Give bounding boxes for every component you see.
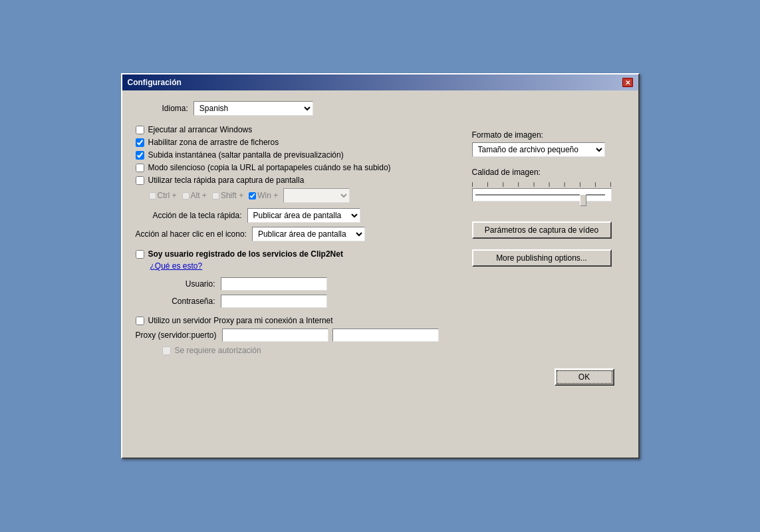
- proxy-section: Utilizo un servidor Proxy para mi conexi…: [136, 316, 459, 355]
- drag-zone-label: Habilitar zona de arrastre de ficheros: [148, 138, 279, 147]
- password-input[interactable]: [221, 295, 327, 308]
- proxy-server-label: Proxy (servidor:puerto): [136, 331, 217, 340]
- hotkey-capture-row: Utilizar tecla rápida para captura de pa…: [136, 176, 459, 185]
- hotkey-capture-label: Utilizar tecla rápida para captura de pa…: [148, 176, 305, 185]
- hotkey-capture-checkbox[interactable]: [136, 176, 144, 185]
- run-startup-label: Ejecutar al arrancar Windows: [148, 125, 253, 134]
- what-link[interactable]: ¿Qué es esto?: [150, 261, 459, 271]
- image-format-label: Formato de imagen:: [472, 130, 625, 140]
- password-row: Contraseña:: [162, 295, 459, 308]
- quality-slider[interactable]: [475, 190, 605, 200]
- win-checkbox[interactable]: [249, 192, 256, 200]
- win-group: Win +: [249, 191, 278, 200]
- ctrl-group: Ctrl +: [149, 191, 177, 200]
- user-label: Usuario:: [162, 279, 215, 289]
- dialog-body: Idioma: Spanish English French German Ej…: [122, 90, 638, 404]
- hotkey-action-label: Acción de la tecla rápida:: [136, 211, 242, 220]
- quality-slider-container: ||||| |||||: [472, 181, 625, 201]
- publishing-options-button[interactable]: More publishing options...: [472, 249, 612, 267]
- left-panel: Ejecutar al arrancar Windows Habilitar z…: [136, 125, 459, 355]
- win-label: Win +: [257, 191, 278, 200]
- hotkey-key-select: [283, 188, 350, 203]
- silent-mode-row: Modo silencioso (copia la URL al portapa…: [136, 163, 459, 172]
- user-row: Usuario:: [162, 277, 459, 291]
- proxy-server-row: Proxy (servidor:puerto): [136, 329, 459, 342]
- configuration-dialog: Configuración ✕ Idioma: Spanish English …: [121, 73, 640, 459]
- proxy-port-input[interactable]: [332, 329, 439, 342]
- language-select[interactable]: Spanish English French German: [193, 101, 313, 116]
- silent-mode-checkbox[interactable]: [136, 164, 144, 172]
- close-button[interactable]: ✕: [622, 78, 633, 87]
- language-label: Idioma:: [162, 104, 188, 113]
- auth-row: Se requiere autorización: [162, 346, 459, 355]
- icon-action-row: Acción al hacer clic en el icono: Public…: [136, 227, 459, 241]
- run-startup-row: Ejecutar al arrancar Windows: [136, 125, 459, 134]
- hotkey-options-row: Ctrl + Alt + Shift + Win +: [149, 188, 459, 203]
- password-label: Contraseña:: [162, 297, 215, 306]
- hotkey-action-select[interactable]: Publicar área de pantalla Capturar panta…: [247, 208, 360, 223]
- ok-section: OK: [136, 360, 625, 394]
- alt-label: Alt +: [191, 191, 207, 200]
- right-panel: Formato de imagen: Tamaño de archivo peq…: [472, 125, 625, 355]
- dialog-title: Configuración: [128, 78, 182, 87]
- icon-action-label: Acción al hacer clic en el icono:: [136, 229, 247, 239]
- registered-section: Soy usuario registrado de los servicios …: [136, 249, 459, 308]
- language-row: Idioma: Spanish English French German: [162, 101, 625, 116]
- proxy-server-input[interactable]: [222, 329, 328, 342]
- drag-zone-checkbox[interactable]: [136, 138, 144, 147]
- registered-checkbox[interactable]: [136, 250, 144, 259]
- alt-checkbox: [182, 192, 190, 200]
- title-bar: Configuración ✕: [122, 74, 638, 90]
- content-area: Ejecutar al arrancar Windows Habilitar z…: [136, 125, 625, 355]
- instant-upload-label: Subida instantánea (saltar pantalla de p…: [148, 150, 344, 160]
- slider-ticks: ||||| |||||: [472, 181, 612, 187]
- silent-mode-label: Modo silencioso (copia la URL al portapa…: [148, 163, 391, 172]
- shift-checkbox: [212, 192, 219, 200]
- hotkey-action-row: Acción de la tecla rápida: Publicar área…: [136, 208, 459, 223]
- drag-zone-row: Habilitar zona de arrastre de ficheros: [136, 138, 459, 147]
- proxy-checkbox-row: Utilizo un servidor Proxy para mi conexi…: [136, 316, 459, 325]
- ctrl-checkbox: [149, 192, 156, 200]
- ctrl-label: Ctrl +: [158, 191, 177, 200]
- proxy-checkbox[interactable]: [136, 317, 144, 325]
- registered-row: Soy usuario registrado de los servicios …: [136, 249, 459, 259]
- ok-button[interactable]: OK: [555, 368, 614, 386]
- quality-label: Calidad de imagen:: [472, 168, 625, 177]
- proxy-label: Utilizo un servidor Proxy para mi conexi…: [148, 316, 333, 325]
- image-format-select[interactable]: Tamaño de archivo pequeño Alta calidad P…: [472, 142, 605, 157]
- video-params-button[interactable]: Parámetros de captura de vídeo: [472, 221, 612, 239]
- run-startup-checkbox[interactable]: [136, 126, 144, 134]
- icon-action-select[interactable]: Publicar área de pantalla Capturar panta…: [252, 227, 365, 241]
- shift-label: Shift +: [221, 191, 243, 200]
- slider-track: [472, 188, 612, 201]
- instant-upload-checkbox[interactable]: [136, 151, 144, 160]
- instant-upload-row: Subida instantánea (saltar pantalla de p…: [136, 150, 459, 160]
- auth-label: Se requiere autorización: [175, 346, 261, 355]
- shift-group: Shift +: [212, 191, 243, 200]
- registered-label: Soy usuario registrado de los servicios …: [148, 249, 343, 259]
- alt-group: Alt +: [182, 191, 207, 200]
- auth-checkbox: [162, 346, 171, 355]
- user-input[interactable]: [221, 277, 327, 291]
